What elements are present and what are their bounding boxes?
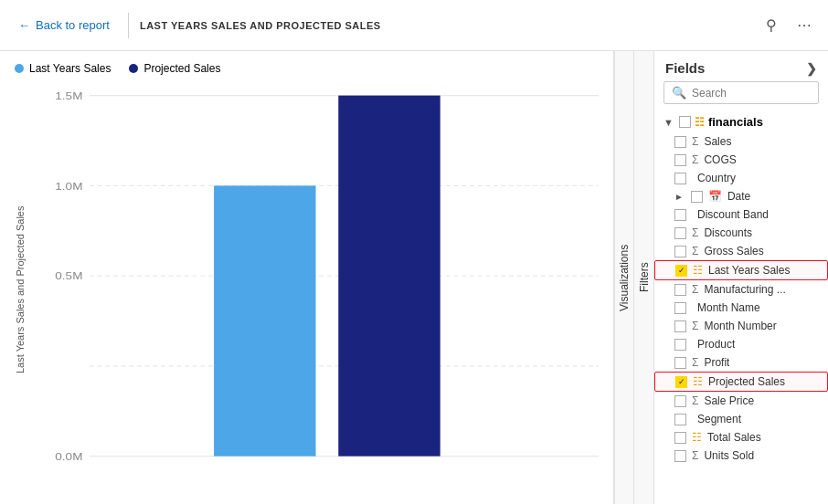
- fields-header: Fields ❯: [654, 51, 828, 81]
- group-chevron-icon: ▼: [663, 117, 674, 128]
- field-item-units-sold[interactable]: Σ Units Sold: [654, 446, 828, 465]
- financials-table-icon: ☷: [695, 116, 705, 129]
- gross-sales-checkbox[interactable]: [674, 246, 686, 257]
- chart-inner: 1.5M 1.0M 0.5M 0.0M: [33, 86, 599, 493]
- legend-label-last-years: Last Years Sales: [29, 62, 111, 75]
- field-item-country[interactable]: Country: [654, 169, 828, 187]
- total-sales-table-icon: ☷: [692, 431, 702, 444]
- search-input[interactable]: [692, 87, 811, 100]
- manufacturing-checkbox[interactable]: [674, 284, 686, 296]
- units-sold-sum-icon: Σ: [692, 449, 698, 462]
- profit-checkbox[interactable]: [674, 357, 686, 369]
- legend-label-projected: Projected Sales: [143, 62, 220, 75]
- top-bar: ← Back to report LAST YEARS SALES AND PR…: [0, 0, 828, 51]
- manufacturing-label: Manufacturing ...: [704, 283, 785, 296]
- sales-checkbox[interactable]: [674, 136, 686, 148]
- manufacturing-sum-icon: Σ: [692, 283, 698, 296]
- visualizations-tab[interactable]: Visualizations: [614, 51, 634, 504]
- discount-band-checkbox[interactable]: [674, 209, 686, 221]
- projected-sales-label: Projected Sales: [708, 375, 785, 388]
- top-bar-actions: ⚲ ⋯: [760, 13, 817, 37]
- search-icon: 🔍: [672, 86, 686, 100]
- month-number-checkbox[interactable]: [674, 320, 686, 332]
- bar-projected[interactable]: [338, 96, 440, 457]
- financials-checkbox[interactable]: [679, 116, 691, 128]
- month-number-label: Month Number: [704, 320, 776, 332]
- discounts-label: Discounts: [704, 226, 752, 239]
- cogs-label: COGS: [704, 153, 736, 166]
- chart-area: Last Years Sales Projected Sales Last Ye…: [0, 51, 613, 504]
- month-number-sum-icon: Σ: [692, 320, 698, 332]
- field-item-profit[interactable]: Σ Profit: [654, 353, 828, 372]
- main-content: Last Years Sales Projected Sales Last Ye…: [0, 51, 828, 504]
- chart-container: Last Years Sales and Projected Sales 1.5…: [15, 86, 599, 493]
- field-item-sale-price[interactable]: Σ Sale Price: [654, 392, 828, 410]
- field-group-financials[interactable]: ▼ ☷ financials: [654, 111, 828, 132]
- title-divider: [128, 13, 129, 38]
- y-axis-label: Last Years Sales and Projected Sales: [15, 86, 26, 493]
- bar-last-years[interactable]: [214, 185, 315, 456]
- legend: Last Years Sales Projected Sales: [15, 62, 599, 75]
- field-item-projected-sales[interactable]: ☷ Projected Sales: [654, 372, 828, 392]
- date-expand-icon: ►: [674, 192, 684, 202]
- svg-text:1.0M: 1.0M: [55, 180, 82, 192]
- cogs-checkbox[interactable]: [674, 154, 686, 166]
- visualizations-label: Visualizations: [618, 244, 631, 310]
- total-sales-checkbox[interactable]: [674, 432, 686, 444]
- legend-dot-last-years: [15, 64, 24, 73]
- date-label: Date: [727, 190, 750, 203]
- sale-price-sum-icon: Σ: [692, 394, 698, 407]
- legend-item-last-years: Last Years Sales: [15, 62, 111, 75]
- field-item-month-number[interactable]: Σ Month Number: [654, 317, 828, 335]
- last-years-sales-table-icon: ☷: [693, 264, 703, 277]
- field-item-sales[interactable]: Σ Sales: [654, 132, 828, 151]
- field-item-manufacturing[interactable]: Σ Manufacturing ...: [654, 280, 828, 299]
- field-item-last-years-sales[interactable]: ☷ Last Years Sales: [654, 260, 828, 280]
- filter-icon-button[interactable]: ⚲: [760, 13, 782, 37]
- units-sold-label: Units Sold: [704, 449, 754, 462]
- financials-label: financials: [708, 115, 763, 129]
- last-years-sales-checkbox[interactable]: [675, 265, 687, 277]
- filters-tab[interactable]: Filters: [634, 51, 654, 504]
- field-item-product[interactable]: Product: [654, 335, 828, 353]
- field-item-total-sales[interactable]: ☷ Total Sales: [654, 428, 828, 446]
- sale-price-label: Sale Price: [704, 394, 754, 407]
- field-item-date[interactable]: ► 📅 Date: [654, 187, 828, 205]
- svg-text:0.0M: 0.0M: [55, 451, 82, 463]
- total-sales-label: Total Sales: [707, 431, 761, 444]
- field-item-gross-sales[interactable]: Σ Gross Sales: [654, 242, 828, 260]
- field-item-month-name[interactable]: Month Name: [654, 299, 828, 317]
- svg-text:1.5M: 1.5M: [55, 90, 82, 102]
- segment-checkbox[interactable]: [674, 414, 686, 425]
- back-to-report-button[interactable]: ← Back to report: [11, 13, 117, 37]
- fields-title: Fields: [665, 60, 705, 76]
- date-checkbox[interactable]: [691, 191, 703, 203]
- fields-chevron-icon[interactable]: ❯: [806, 61, 817, 76]
- sale-price-checkbox[interactable]: [674, 395, 686, 407]
- month-name-label: Month Name: [697, 301, 760, 314]
- svg-text:0.5M: 0.5M: [55, 270, 82, 282]
- report-title: LAST YEARS SALES AND PROJECTED SALES: [140, 20, 381, 31]
- field-item-discounts[interactable]: Σ Discounts: [654, 224, 828, 242]
- fields-panel: Fields ❯ 🔍 ▼ ☷ financials: [654, 51, 828, 504]
- field-item-discount-band[interactable]: Discount Band: [654, 205, 828, 224]
- fields-list: ▼ ☷ financials Σ Sales Σ COGS: [654, 111, 828, 504]
- right-section: Visualizations Filters Fields ❯ 🔍 ▼: [613, 51, 828, 504]
- date-table-icon: 📅: [708, 190, 722, 203]
- month-name-checkbox[interactable]: [674, 302, 686, 314]
- discount-band-label: Discount Band: [697, 208, 769, 221]
- segment-label: Segment: [697, 413, 741, 425]
- sales-sum-icon: Σ: [692, 135, 698, 148]
- discounts-checkbox[interactable]: [674, 227, 686, 239]
- gross-sales-label: Gross Sales: [704, 245, 763, 257]
- product-checkbox[interactable]: [674, 339, 686, 351]
- more-options-button[interactable]: ⋯: [791, 13, 817, 37]
- field-item-segment[interactable]: Segment: [654, 410, 828, 428]
- projected-sales-table-icon: ☷: [693, 375, 703, 388]
- country-checkbox[interactable]: [674, 173, 686, 184]
- chart-svg: 1.5M 1.0M 0.5M 0.0M: [33, 86, 599, 493]
- field-item-cogs[interactable]: Σ COGS: [654, 151, 828, 169]
- projected-sales-checkbox[interactable]: [675, 376, 687, 388]
- product-label: Product: [697, 338, 735, 351]
- units-sold-checkbox[interactable]: [674, 450, 686, 462]
